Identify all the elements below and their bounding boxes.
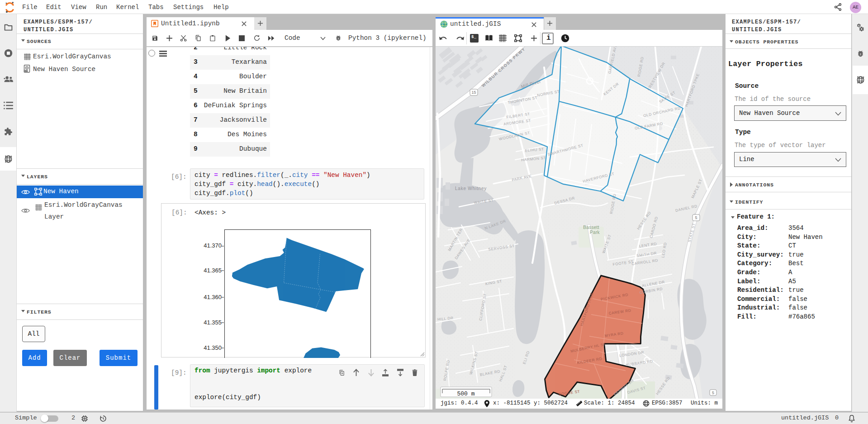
svg-text:Lake Whitney: Lake Whitney xyxy=(455,186,487,191)
svg-text:15: 15 xyxy=(471,90,476,95)
svg-text:Park: Park xyxy=(590,230,600,235)
svg-text:500 m: 500 m xyxy=(457,391,474,397)
svg-text:Bassett: Bassett xyxy=(583,225,599,230)
svg-text:5: 5 xyxy=(712,391,714,395)
svg-text:5: 5 xyxy=(695,215,697,220)
